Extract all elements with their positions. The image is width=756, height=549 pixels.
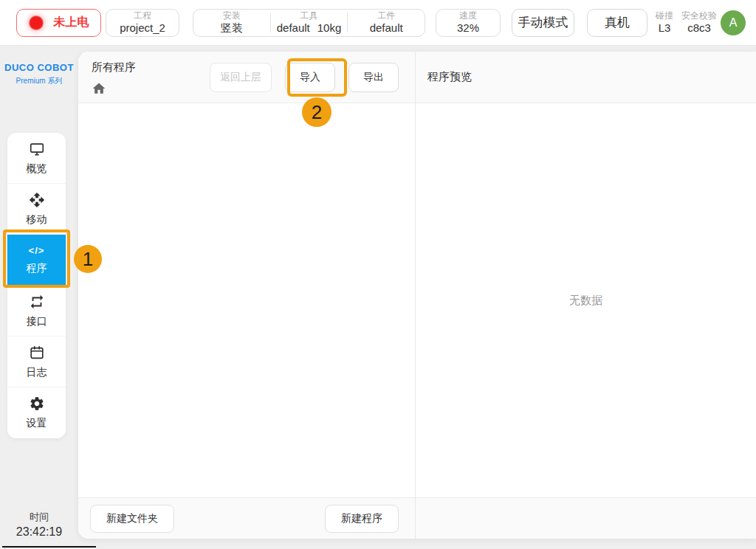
preview-area: 无数据 <box>415 103 756 497</box>
workpiece-label: 工件 <box>377 11 395 21</box>
sidebar-item-label: 移动 <box>27 213 47 227</box>
logo: DUCO COBOT Premium 系列 <box>0 62 78 86</box>
logo-subtitle: Premium 系列 <box>0 76 78 86</box>
gear-icon <box>29 396 45 412</box>
sidebar-item-overview[interactable]: 概览 <box>7 133 66 184</box>
time-label: 时间 <box>0 511 78 524</box>
sidebar-item-label: 概览 <box>27 162 47 176</box>
collision-value: L3 <box>659 21 671 35</box>
new-folder-button[interactable]: 新建文件夹 <box>90 505 174 533</box>
speed-label: 速度 <box>459 11 477 21</box>
program-list-header: 所有程序 返回上层 导入 导出 <box>78 52 415 103</box>
tool-section[interactable]: 工具 default 10kg <box>271 10 348 36</box>
sidebar: DUCO COBOT Premium 系列 概览 移动 <box>0 46 78 549</box>
sidebar-item-settings[interactable]: 设置 <box>7 387 66 438</box>
manual-mode-button[interactable]: 手动模式 <box>512 9 574 37</box>
avatar[interactable]: A <box>721 10 746 35</box>
mount-section[interactable]: 安装 竖装 <box>193 10 270 36</box>
workpiece-value: default <box>370 21 403 34</box>
tool-label: 工具 <box>300 11 318 21</box>
time-display: 时间 23:42:19 <box>0 511 78 539</box>
speed-card[interactable]: 速度 32% <box>436 9 501 37</box>
preview-footer <box>415 497 756 539</box>
new-program-button[interactable]: 新建程序 <box>325 505 399 533</box>
project-label: 工程 <box>134 11 151 21</box>
export-button[interactable]: 导出 <box>348 63 399 92</box>
bottom-edge-artifact <box>2 546 96 548</box>
workpiece-section[interactable]: 工件 default <box>348 10 425 36</box>
annotation-highlight-import <box>287 58 347 97</box>
sidebar-item-log[interactable]: 日志 <box>7 336 66 387</box>
power-status-label: 未上电 <box>54 15 89 30</box>
sidebar-item-label: 日志 <box>27 366 47 379</box>
tool-name: default <box>277 21 310 34</box>
project-card[interactable]: 工程 project_2 <box>106 9 179 37</box>
machine-button[interactable]: 真机 <box>587 9 647 37</box>
speed-value: 32% <box>457 21 479 34</box>
sidebar-item-label: 接口 <box>27 315 47 328</box>
back-button[interactable]: 返回上层 <box>210 63 272 92</box>
tool-payload: 10kg <box>317 21 342 34</box>
program-list-area <box>78 103 415 497</box>
sidebar-item-label: 设置 <box>27 417 47 430</box>
sidebar-item-move[interactable]: 移动 <box>7 184 66 235</box>
safety-checksum: 安全校验 c8c3 <box>681 10 717 34</box>
collision-status: 碰撞 L3 <box>656 10 673 34</box>
move-icon <box>29 192 45 208</box>
safety-value: c8c3 <box>687 21 711 35</box>
power-indicator-icon <box>29 15 44 30</box>
annotation-step-1: 1 <box>74 245 102 273</box>
repeat-icon <box>29 294 45 310</box>
preview-title: 程序预览 <box>427 70 472 84</box>
program-list-footer: 新建文件夹 新建程序 <box>78 497 415 539</box>
app-root: 未上电 工程 project_2 安装 竖装 工具 default 10kg 工… <box>0 0 756 549</box>
config-group: 安装 竖装 工具 default 10kg 工件 default <box>193 9 425 37</box>
mount-label: 安装 <box>223 11 241 21</box>
sidebar-item-interface[interactable]: 接口 <box>7 286 66 336</box>
time-value: 23:42:19 <box>0 525 78 539</box>
preview-header: 程序预览 <box>415 52 756 103</box>
body-area: DUCO COBOT Premium 系列 概览 移动 <box>0 46 756 549</box>
logo-title: DUCO COBOT <box>0 62 78 73</box>
safety-label: 安全校验 <box>681 10 717 21</box>
main-panel: 所有程序 返回上层 导入 导出 程序预览 无数据 新建文件夹 新建程序 <box>78 52 756 539</box>
topbar: 未上电 工程 project_2 安装 竖装 工具 default 10kg 工… <box>0 0 756 46</box>
page-title: 所有程序 <box>92 61 136 75</box>
mount-value: 竖装 <box>221 21 243 34</box>
power-status-button[interactable]: 未上电 <box>16 9 101 37</box>
annotation-step-2: 2 <box>302 97 331 127</box>
calendar-icon <box>29 345 45 361</box>
annotation-highlight-program <box>3 229 70 288</box>
tool-value: default 10kg <box>277 21 342 34</box>
monitor-icon <box>29 141 45 157</box>
project-value: project_2 <box>120 21 165 34</box>
home-icon[interactable] <box>92 81 106 96</box>
collision-label: 碰撞 <box>656 10 673 21</box>
empty-state-text: 无数据 <box>569 294 602 308</box>
